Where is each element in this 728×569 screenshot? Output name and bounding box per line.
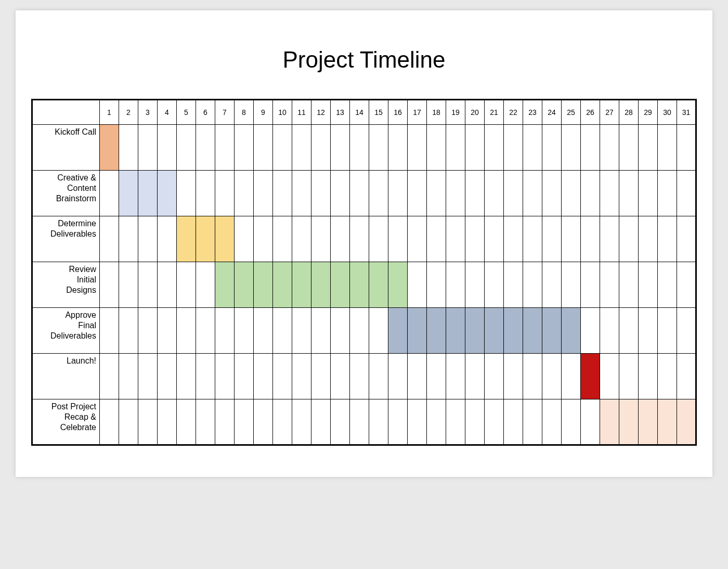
gantt-day-cell [446, 308, 465, 354]
gantt-day-cell [369, 399, 388, 445]
gantt-day-cell [158, 308, 177, 354]
gantt-day-cell [658, 125, 677, 171]
gantt-day-cell [177, 399, 196, 445]
gantt-day-cell [388, 171, 408, 216]
gantt-day-cell [504, 216, 523, 262]
gantt-day-header: 29 [639, 100, 658, 125]
gantt-day-cell [311, 354, 331, 399]
gantt-day-cell [273, 216, 292, 262]
gantt-day-header: 16 [388, 100, 408, 125]
gantt-day-cell [273, 171, 292, 216]
gantt-day-cell [446, 262, 465, 308]
gantt-day-header: 2 [119, 100, 138, 125]
gantt-day-cell [542, 171, 562, 216]
gantt-day-cell [639, 216, 658, 262]
gantt-day-cell [119, 354, 138, 399]
gantt-day-cell [485, 216, 504, 262]
gantt-day-cell [465, 171, 485, 216]
gantt-task-label: Kickoff Call [32, 125, 100, 171]
gantt-task-label: Post Project Recap & Celebrate [32, 399, 100, 445]
gantt-day-cell [388, 354, 408, 399]
gantt-day-cell [215, 354, 235, 399]
gantt-day-cell [619, 354, 639, 399]
gantt-day-cell [254, 171, 273, 216]
gantt-day-cell [658, 171, 677, 216]
gantt-day-cell [677, 308, 696, 354]
gantt-day-cell [369, 262, 388, 308]
gantt-day-header: 23 [523, 100, 542, 125]
gantt-day-header: 21 [485, 100, 504, 125]
gantt-day-cell [119, 171, 138, 216]
gantt-day-cell [408, 262, 427, 308]
gantt-day-header: 22 [504, 100, 523, 125]
gantt-day-cell [138, 216, 158, 262]
document-page: Project Timeline 12345678910111213141516… [16, 10, 712, 477]
gantt-day-cell [523, 125, 542, 171]
gantt-day-cell [523, 262, 542, 308]
gantt-day-cell [677, 354, 696, 399]
gantt-day-cell [235, 399, 254, 445]
gantt-day-cell [177, 125, 196, 171]
gantt-day-cell [292, 171, 311, 216]
page-title: Project Timeline [31, 47, 697, 73]
gantt-day-header: 17 [408, 100, 427, 125]
gantt-day-cell [619, 171, 639, 216]
gantt-day-header: 4 [158, 100, 177, 125]
gantt-day-cell [158, 171, 177, 216]
gantt-header-blank [32, 100, 100, 125]
gantt-day-cell [235, 125, 254, 171]
gantt-day-cell [639, 354, 658, 399]
gantt-day-cell [542, 262, 562, 308]
gantt-row: Approve Final Deliverables [32, 308, 696, 354]
gantt-row: Post Project Recap & Celebrate [32, 399, 696, 445]
gantt-day-cell [485, 125, 504, 171]
gantt-day-cell [427, 399, 446, 445]
gantt-day-cell [100, 216, 119, 262]
gantt-day-cell [600, 171, 619, 216]
gantt-day-cell [658, 308, 677, 354]
gantt-day-header: 26 [581, 100, 600, 125]
gantt-day-cell [639, 262, 658, 308]
gantt-day-cell [562, 399, 581, 445]
gantt-day-header: 25 [562, 100, 581, 125]
gantt-day-header: 13 [331, 100, 350, 125]
gantt-day-cell [504, 308, 523, 354]
gantt-day-cell [408, 399, 427, 445]
gantt-day-cell [350, 171, 369, 216]
gantt-day-cell [331, 216, 350, 262]
gantt-day-cell [177, 216, 196, 262]
gantt-day-cell [158, 399, 177, 445]
gantt-day-cell [331, 354, 350, 399]
gantt-day-cell [581, 171, 600, 216]
gantt-day-cell [311, 125, 331, 171]
gantt-task-label: Launch! [32, 354, 100, 399]
gantt-day-cell [138, 354, 158, 399]
gantt-day-cell [388, 399, 408, 445]
gantt-day-cell [485, 399, 504, 445]
gantt-day-cell [158, 354, 177, 399]
gantt-day-cell [408, 171, 427, 216]
gantt-day-cell [311, 399, 331, 445]
gantt-day-cell [331, 308, 350, 354]
gantt-day-cell [331, 262, 350, 308]
gantt-day-cell [562, 171, 581, 216]
gantt-day-cell [600, 216, 619, 262]
gantt-day-cell [465, 216, 485, 262]
gantt-day-cell [446, 354, 465, 399]
gantt-day-cell [523, 399, 542, 445]
gantt-day-cell [504, 399, 523, 445]
gantt-day-cell [446, 216, 465, 262]
gantt-day-cell [292, 125, 311, 171]
gantt-day-cell [523, 216, 542, 262]
gantt-day-cell [600, 308, 619, 354]
gantt-day-cell [465, 399, 485, 445]
gantt-day-cell [523, 171, 542, 216]
gantt-day-cell [138, 171, 158, 216]
gantt-day-cell [427, 125, 446, 171]
gantt-day-cell [369, 125, 388, 171]
gantt-day-cell [677, 399, 696, 445]
gantt-chart: 1234567891011121314151617181920212223242… [31, 99, 697, 446]
gantt-day-cell [273, 308, 292, 354]
gantt-day-cell [658, 216, 677, 262]
gantt-day-cell [446, 125, 465, 171]
